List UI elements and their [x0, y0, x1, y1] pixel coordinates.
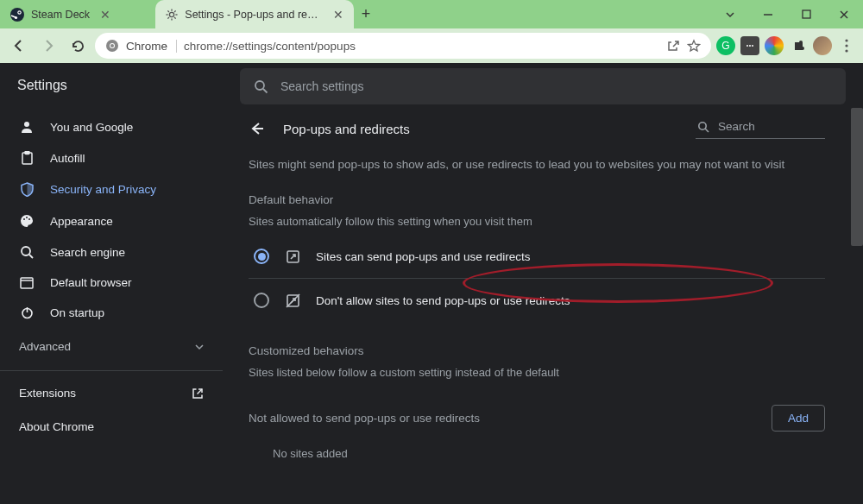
- svg-point-21: [749, 45, 751, 47]
- svg-point-39: [255, 81, 264, 90]
- sidebar-item-appearance[interactable]: Appearance: [0, 205, 223, 236]
- tab-title: Settings - Pop-ups and redirects: [185, 9, 323, 21]
- add-site-button[interactable]: Add: [772, 405, 825, 432]
- new-tab-button[interactable]: +: [354, 0, 378, 28]
- svg-line-33: [29, 255, 33, 258]
- forward-button[interactable]: [36, 34, 60, 58]
- default-behavior-sub: Sites automatically follow this setting …: [249, 215, 825, 228]
- option-allow-popups[interactable]: Sites can send pop-ups and use redirects: [249, 235, 825, 279]
- scrollbar-thumb[interactable]: [851, 108, 863, 246]
- settings-search[interactable]: Search settings: [240, 68, 846, 104]
- share-icon[interactable]: [666, 39, 680, 53]
- page-content: Pop-ups and redirects Search Sites might…: [223, 104, 863, 476]
- svg-point-30: [26, 217, 28, 218]
- sidebar-item-label: On startup: [50, 306, 104, 319]
- svg-line-43: [705, 129, 709, 132]
- svg-point-22: [752, 45, 753, 47]
- sidebar-item-label: Appearance: [50, 215, 113, 228]
- search-placeholder: Search settings: [280, 79, 364, 93]
- chevron-down-icon[interactable]: [711, 9, 749, 20]
- about-label: About Chrome: [19, 420, 94, 433]
- svg-point-20: [746, 45, 748, 47]
- tab-settings[interactable]: Settings - Pop-ups and redirects ✕: [155, 0, 354, 28]
- sidebar-item-label: Search engine: [50, 246, 125, 259]
- option-label: Sites can send pop-ups and use redirects: [316, 250, 530, 263]
- tab-steam-deck[interactable]: Steam Deck ✕: [0, 0, 155, 28]
- sidebar-item-label: You and Google: [50, 121, 133, 134]
- svg-point-2: [18, 11, 20, 13]
- sidebar-item-you-and-google[interactable]: You and Google: [0, 111, 223, 142]
- svg-point-26: [24, 122, 29, 127]
- profile-avatar[interactable]: [813, 36, 832, 55]
- svg-point-32: [22, 247, 30, 255]
- url-text: chrome://settings/content/popups: [184, 40, 356, 53]
- svg-point-29: [23, 218, 25, 220]
- svg-point-4: [170, 12, 174, 16]
- close-tab-icon[interactable]: ✕: [333, 8, 343, 22]
- in-page-search[interactable]: Search: [696, 118, 825, 139]
- option-label: Don't allow sites to send pop-ups or use…: [316, 294, 570, 307]
- page-header: Pop-ups and redirects Search: [249, 118, 825, 139]
- close-tab-icon[interactable]: ✕: [100, 8, 110, 22]
- svg-line-10: [174, 17, 176, 19]
- sidebar-item-security-privacy[interactable]: Security and Privacy: [0, 173, 223, 205]
- sidebar-item-label: Security and Privacy: [50, 183, 156, 196]
- sidebar-advanced[interactable]: Advanced: [0, 328, 223, 365]
- advanced-label: Advanced: [19, 340, 71, 353]
- sidebar-item-label: Autofill: [50, 152, 85, 165]
- kebab-menu-icon[interactable]: [837, 36, 856, 55]
- svg-point-25: [845, 49, 847, 52]
- reload-button[interactable]: [66, 34, 90, 58]
- close-window-button[interactable]: [825, 9, 863, 20]
- option-block-popups[interactable]: Don't allow sites to send pop-ups or use…: [249, 279, 825, 322]
- svg-point-31: [28, 218, 30, 220]
- minimize-button[interactable]: [749, 9, 787, 20]
- back-arrow-button[interactable]: [249, 120, 266, 137]
- sidebar: Settings You and Google Autofill Securit…: [0, 63, 223, 504]
- svg-point-24: [845, 44, 847, 47]
- chevron-down-icon: [195, 343, 204, 351]
- svg-point-42: [699, 122, 706, 129]
- window-titlebar: Steam Deck ✕ Settings - Pop-ups and redi…: [0, 0, 863, 28]
- sidebar-item-search-engine[interactable]: Search engine: [0, 236, 223, 268]
- extension-icon[interactable]: G: [716, 36, 735, 55]
- search-label: Search: [718, 120, 755, 133]
- extension-icon[interactable]: [740, 36, 759, 55]
- tab-title: Steam Deck: [31, 9, 90, 21]
- sidebar-item-on-startup[interactable]: On startup: [0, 298, 223, 328]
- bookmark-star-icon[interactable]: [687, 39, 701, 53]
- browser-icon: [19, 277, 35, 289]
- clipboard-icon: [19, 151, 35, 165]
- extension-icon[interactable]: [765, 36, 784, 55]
- no-sites-added: No sites added: [249, 432, 825, 476]
- url-chip: Chrome: [126, 40, 177, 53]
- search-icon: [254, 79, 268, 94]
- address-bar[interactable]: Chrome chrome://settings/content/popups: [95, 33, 711, 59]
- sidebar-extensions[interactable]: Extensions: [0, 376, 223, 410]
- page-intro: Sites might send pop-ups to show ads, or…: [249, 158, 825, 171]
- gear-icon: [166, 8, 178, 22]
- default-behavior-heading: Default behavior: [249, 193, 825, 206]
- settings-app: Settings You and Google Autofill Securit…: [0, 63, 863, 504]
- svg-line-40: [263, 89, 268, 93]
- window-controls: [711, 0, 863, 28]
- divider: [0, 370, 223, 371]
- sidebar-about-chrome[interactable]: About Chrome: [0, 410, 223, 444]
- sidebar-item-default-browser[interactable]: Default browser: [0, 268, 223, 298]
- svg-rect-14: [803, 10, 810, 18]
- back-button[interactable]: [7, 34, 31, 58]
- steam-icon: [10, 8, 24, 22]
- radio-unselected[interactable]: [254, 293, 269, 308]
- svg-rect-34: [21, 278, 33, 288]
- page-title: Pop-ups and redirects: [283, 122, 678, 136]
- not-allowed-header: Not allowed to send pop-ups or use redir…: [249, 405, 825, 432]
- maximize-button[interactable]: [787, 9, 825, 19]
- nav-list: You and Google Autofill Security and Pri…: [0, 108, 223, 328]
- svg-line-46: [287, 294, 299, 307]
- extensions-puzzle-icon[interactable]: [789, 36, 808, 55]
- palette-icon: [19, 214, 35, 228]
- sidebar-item-autofill[interactable]: Autofill: [0, 142, 223, 173]
- sidebar-item-label: Default browser: [50, 276, 132, 289]
- radio-selected[interactable]: [254, 249, 269, 264]
- svg-point-19: [110, 44, 114, 47]
